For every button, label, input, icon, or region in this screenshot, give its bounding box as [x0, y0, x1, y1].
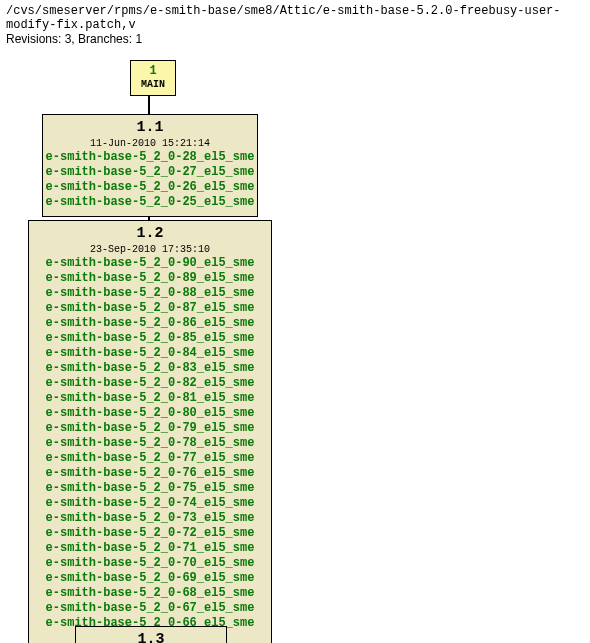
revision-tag: e-smith-base-5_2_0-79_el5_sme	[29, 421, 271, 436]
revision-tag: e-smith-base-5_2_0-84_el5_sme	[29, 346, 271, 361]
revision-id: 1.2	[29, 225, 271, 244]
revision-summary: Revisions: 3, Branches: 1	[0, 32, 590, 52]
graph-canvas: 1 MAIN 1.1 11-Jun-2010 15:21:14 e-smith-…	[0, 52, 590, 643]
revision-tag: e-smith-base-5_2_0-27_el5_sme	[43, 165, 257, 180]
revision-tag: e-smith-base-5_2_0-68_el5_sme	[29, 586, 271, 601]
revision-tag: e-smith-base-5_2_0-82_el5_sme	[29, 376, 271, 391]
revision-id: 1.1	[43, 119, 257, 138]
revision-tag: e-smith-base-5_2_0-72_el5_sme	[29, 526, 271, 541]
revision-tag: e-smith-base-5_2_0-88_el5_sme	[29, 286, 271, 301]
revision-tag: e-smith-base-5_2_0-75_el5_sme	[29, 481, 271, 496]
revision-node-1-3[interactable]: 1.3 18-Feb-2014 07:21:36 HEAD	[75, 626, 227, 643]
revision-node-1-2[interactable]: 1.2 23-Sep-2010 17:35:10 e-smith-base-5_…	[28, 220, 272, 643]
revision-tag: e-smith-base-5_2_0-90_el5_sme	[29, 256, 271, 271]
revision-tag: e-smith-base-5_2_0-85_el5_sme	[29, 331, 271, 346]
revision-id: 1.3	[76, 631, 226, 643]
revision-tag: e-smith-base-5_2_0-83_el5_sme	[29, 361, 271, 376]
revision-tag: e-smith-base-5_2_0-26_el5_sme	[43, 180, 257, 195]
branch-label: MAIN	[133, 79, 173, 92]
revision-tag: e-smith-base-5_2_0-87_el5_sme	[29, 301, 271, 316]
revision-tag: e-smith-base-5_2_0-81_el5_sme	[29, 391, 271, 406]
revision-tag: e-smith-base-5_2_0-69_el5_sme	[29, 571, 271, 586]
revision-date: 23-Sep-2010 17:35:10	[29, 244, 271, 257]
revision-tag: e-smith-base-5_2_0-77_el5_sme	[29, 451, 271, 466]
branch-root[interactable]: 1 MAIN	[130, 60, 176, 96]
repo-path: /cvs/smeserver/rpms/e-smith-base/sme8/At…	[0, 0, 590, 32]
revision-tag: e-smith-base-5_2_0-71_el5_sme	[29, 541, 271, 556]
revision-tag: e-smith-base-5_2_0-70_el5_sme	[29, 556, 271, 571]
revision-tag: e-smith-base-5_2_0-73_el5_sme	[29, 511, 271, 526]
branch-number: 1	[133, 64, 173, 79]
revision-tag: e-smith-base-5_2_0-78_el5_sme	[29, 436, 271, 451]
revision-tag: e-smith-base-5_2_0-86_el5_sme	[29, 316, 271, 331]
connector-line	[148, 96, 150, 114]
revision-node-1-1[interactable]: 1.1 11-Jun-2010 15:21:14 e-smith-base-5_…	[42, 114, 258, 217]
revision-tag: e-smith-base-5_2_0-74_el5_sme	[29, 496, 271, 511]
revision-date: 11-Jun-2010 15:21:14	[43, 138, 257, 151]
revision-tag: e-smith-base-5_2_0-80_el5_sme	[29, 406, 271, 421]
revision-tag: e-smith-base-5_2_0-25_el5_sme	[43, 195, 257, 210]
revision-tag: e-smith-base-5_2_0-67_el5_sme	[29, 601, 271, 616]
revision-tag: e-smith-base-5_2_0-76_el5_sme	[29, 466, 271, 481]
revision-tag: e-smith-base-5_2_0-89_el5_sme	[29, 271, 271, 286]
revision-tag: e-smith-base-5_2_0-28_el5_sme	[43, 150, 257, 165]
